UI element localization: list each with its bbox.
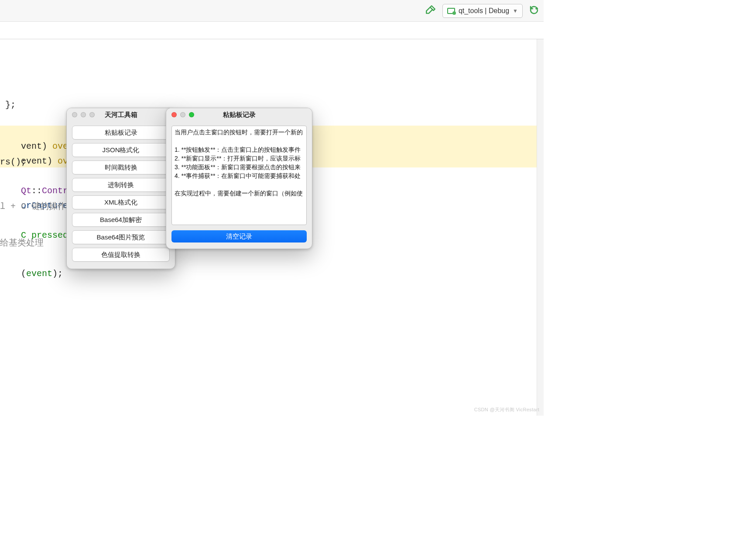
code-text: ); bbox=[52, 269, 63, 279]
clipboard-window: 粘贴板记录 清空记录 bbox=[166, 108, 312, 249]
code-text: l + C 键的操作 bbox=[0, 201, 66, 212]
toolbox-titlebar[interactable]: 天河工具箱 bbox=[67, 108, 175, 121]
minimize-icon[interactable] bbox=[81, 112, 86, 117]
code-text: 给基类处理 bbox=[0, 238, 44, 248]
tool-color-button[interactable]: 色值提取转换 bbox=[72, 248, 170, 262]
ide-toolbar: qt_tools | Debug ▼ bbox=[0, 0, 544, 22]
clear-records-button[interactable]: 清空记录 bbox=[171, 230, 307, 242]
toolbox-window: 天河工具箱 粘贴板记录 JSON格式化 时间戳转换 进制转换 XML格式化 Ba… bbox=[66, 108, 175, 269]
tool-xml-button[interactable]: XML格式化 bbox=[72, 195, 170, 209]
clipboard-textarea[interactable] bbox=[171, 126, 307, 225]
editor-gutter bbox=[537, 39, 544, 416]
traffic-lights bbox=[171, 112, 194, 117]
minimize-icon[interactable] bbox=[180, 112, 185, 117]
zoom-icon[interactable] bbox=[89, 112, 95, 117]
ide-secondary-bar bbox=[0, 22, 544, 39]
tool-base64img-button[interactable]: Base64图片预览 bbox=[72, 230, 170, 244]
watermark: CSDN @天河书阁 VicRestart bbox=[474, 406, 539, 413]
tool-radix-button[interactable]: 进制转换 bbox=[72, 178, 170, 192]
monitor-icon bbox=[447, 8, 455, 14]
close-icon[interactable] bbox=[72, 112, 77, 117]
tool-clipboard-button[interactable]: 粘贴板记录 bbox=[72, 126, 170, 140]
tool-json-button[interactable]: JSON格式化 bbox=[72, 143, 170, 157]
tool-timestamp-button[interactable]: 时间戳转换 bbox=[72, 160, 170, 174]
toolbox-body: 粘贴板记录 JSON格式化 时间戳转换 进制转换 XML格式化 Base64加解… bbox=[67, 121, 175, 269]
close-icon[interactable] bbox=[171, 112, 177, 117]
zoom-icon[interactable] bbox=[189, 112, 194, 117]
code-text: event bbox=[26, 269, 52, 279]
code-text: rs(); bbox=[0, 157, 26, 167]
chevron-down-icon: ▼ bbox=[513, 8, 518, 14]
build-target-label: qt_tools | Debug bbox=[459, 7, 509, 15]
build-icon[interactable] bbox=[425, 4, 436, 17]
clipboard-body: 清空记录 bbox=[166, 121, 312, 249]
build-target-selector[interactable]: qt_tools | Debug ▼ bbox=[442, 4, 523, 18]
tool-base64-button[interactable]: Base64加解密 bbox=[72, 213, 170, 227]
run-icon[interactable] bbox=[529, 5, 539, 17]
code-text: ( bbox=[21, 269, 26, 279]
traffic-lights bbox=[72, 112, 95, 117]
code-text: }; bbox=[0, 100, 16, 110]
clipboard-titlebar[interactable]: 粘贴板记录 bbox=[166, 108, 312, 121]
